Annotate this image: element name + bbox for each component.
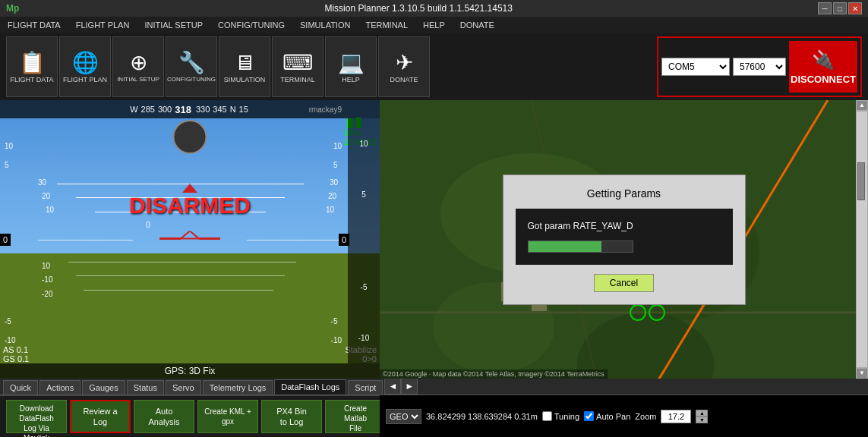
pitch-label-10: 10	[46, 206, 54, 214]
center-zero: 0	[146, 220, 150, 228]
bottom-area: Download DataFlashLog Via Mavlink Review…	[0, 395, 868, 437]
autopan-label: Auto Pan	[584, 411, 630, 421]
right-scale: 10 5	[333, 142, 342, 169]
main-area: W 285 300 318 330 345 N 15 rmackay9 ▐▌▊ …	[0, 100, 868, 379]
toolbar: 📋 FLIGHT DATA 🌐 FLIGHT PLAN ⊕ INITIAL SE…	[0, 33, 868, 100]
tuning-label: Tuning	[542, 411, 579, 421]
dialog-title: Getting Params	[516, 187, 733, 200]
clipboard-icon: 📋	[19, 50, 46, 75]
tab-arrow-left[interactable]: ◄	[384, 378, 401, 395]
menu-config-tuning[interactable]: CONFIG/TUNING	[213, 19, 289, 31]
dialog-cancel-button[interactable]: Cancel	[594, 274, 654, 292]
zoom-label: Zoom	[635, 412, 656, 421]
maximize-button[interactable]: □	[833, 2, 847, 14]
plug-icon: 🔌	[812, 49, 835, 71]
toolbar-terminal[interactable]: ⌨ TERMINAL	[272, 36, 324, 97]
globe-icon: 🌐	[72, 50, 99, 75]
horizon-line-left	[38, 240, 133, 241]
menu-donate[interactable]: DONATE	[456, 19, 499, 31]
tuning-checkbox[interactable]	[542, 411, 552, 421]
getting-params-dialog: Getting Params Got param RATE_YAW_D Canc…	[503, 174, 746, 305]
toolbar-flight-plan[interactable]: 🌐 FLIGHT PLAN	[59, 36, 111, 97]
horizon-line-right	[247, 240, 342, 241]
menu-flight-plan[interactable]: FLIGHT PLAN	[71, 19, 134, 31]
zoom-stepper[interactable]: ▲ ▼	[696, 410, 708, 423]
instrument-circle	[173, 120, 207, 154]
auto-analysis-button[interactable]: Auto Analysis	[134, 400, 194, 433]
create-kml-button[interactable]: Create KML + gpx	[197, 400, 258, 433]
keyboard-icon: ⌨	[282, 50, 313, 75]
scrollbar-thumb[interactable]	[857, 162, 865, 200]
dialog-cancel-area: Cancel	[516, 274, 733, 292]
right-scale-bottom: -5 -10	[331, 317, 342, 344]
gear-plus-icon: ⊕	[130, 50, 147, 75]
dialog-overlay: Getting Params Got param RATE_YAW_D Canc…	[380, 100, 868, 379]
zoom-down-button[interactable]: ▼	[696, 417, 708, 423]
map-background: Getting Params Got param RATE_YAW_D Canc…	[380, 100, 868, 379]
menu-terminal[interactable]: TERMINAL	[361, 19, 412, 31]
scrollbar-down[interactable]: ▼	[857, 369, 867, 378]
scrollbar-track	[857, 112, 867, 367]
tab-script[interactable]: Script	[348, 380, 383, 395]
pitch-below-3	[84, 290, 273, 291]
baud-rate-select[interactable]: 57600	[733, 58, 786, 76]
com-port-select[interactable]: COM5	[661, 58, 730, 76]
tab-gauges[interactable]: Gauges	[82, 380, 125, 395]
armed-status: DISARMED	[129, 193, 251, 218]
minimize-button[interactable]: ─	[818, 2, 832, 14]
airspeed: AS 0.1	[3, 345, 29, 354]
create-matlab-button[interactable]: Create MatlabFile	[325, 400, 386, 433]
map-scrollbar[interactable]: ▲ ▼	[856, 100, 868, 379]
map-panel[interactable]: Getting Params Got param RATE_YAW_D Canc…	[380, 100, 868, 379]
window-controls: ─ □ ✕	[818, 2, 862, 14]
download-dataflash-button[interactable]: Download DataFlashLog Via Mavlink	[6, 400, 67, 433]
pitch-label-r-10: 10	[326, 206, 334, 214]
toolbar-simulation[interactable]: 🖥 SIMULATION	[219, 36, 270, 97]
user-label: rmackay9	[309, 105, 342, 114]
gps-status: GPS: 3D Fix	[0, 363, 380, 379]
toolbar-config-tuning[interactable]: 🔧 CONFIG/TUNING	[166, 36, 217, 97]
disconnect-button[interactable]: 🔌 DISCONNECT	[789, 41, 857, 93]
coordinates-display: 36.824299 138.639284 0.31m	[426, 412, 538, 421]
dialog-message: Got param RATE_YAW_D	[528, 221, 633, 231]
menu-help[interactable]: HELP	[418, 19, 450, 31]
pitch-label-n30: -20	[42, 290, 52, 298]
tab-servo[interactable]: Servo	[166, 380, 201, 395]
menu-flight-data[interactable]: FLIGHT DATA	[3, 19, 65, 31]
review-log-button[interactable]: Review a Log	[70, 400, 131, 433]
menu-initial-setup[interactable]: INITIAL SETUP	[140, 19, 207, 31]
geo-select[interactable]: GEO	[386, 409, 421, 424]
toolbar-donate[interactable]: ✈ DONATE	[378, 36, 430, 97]
toolbar-help[interactable]: 💻 HELP	[325, 36, 377, 97]
scrollbar-up[interactable]: ▲	[857, 101, 867, 110]
pitch-label-30: 30	[38, 178, 46, 187]
wrench-icon: 🔧	[178, 50, 205, 75]
close-button[interactable]: ✕	[848, 2, 862, 14]
toolbar-initial-setup[interactable]: ⊕ INITIAL SETUP	[112, 36, 164, 97]
tab-arrow-right[interactable]: ►	[401, 378, 418, 395]
pitch-label-r-30: 30	[330, 178, 338, 187]
left-scale-bottom: -5 -10	[5, 317, 15, 344]
monitor-icon: 🖥	[234, 50, 255, 75]
window-title: Mission Planner 1.3.10.5 build 1.1.5421.…	[19, 3, 818, 14]
pitch-label-20: 20	[42, 192, 50, 200]
dialog-progress-bar	[529, 241, 601, 252]
tab-dataflash-logs[interactable]: DataFlash Logs	[274, 379, 346, 395]
toolbar-flight-data[interactable]: 📋 FLIGHT DATA	[6, 36, 58, 97]
tab-actions[interactable]: Actions	[39, 380, 80, 395]
autopan-checkbox[interactable]	[584, 411, 594, 421]
pitch-below-2	[76, 275, 285, 276]
zoom-up-button[interactable]: ▲	[696, 410, 708, 417]
tab-status[interactable]: Status	[127, 380, 164, 395]
plane-dollar-icon: ✈	[396, 50, 413, 75]
dialog-progress-track	[528, 241, 633, 253]
px4-bin-button[interactable]: PX4 Binto Log	[261, 400, 322, 433]
pitch-label-n20: -10	[42, 275, 52, 284]
tab-telemetry-logs[interactable]: Telemetry Logs	[203, 380, 273, 395]
zoom-input[interactable]	[661, 410, 691, 423]
airspeed-groundspeed: AS 0.1 GS 0.1	[3, 345, 29, 363]
pitch-below-1	[68, 262, 296, 263]
title-bar: Mp Mission Planner 1.3.10.5 build 1.1.54…	[0, 0, 868, 17]
tab-quick[interactable]: Quick	[3, 380, 38, 395]
menu-simulation[interactable]: SIMULATION	[295, 19, 355, 31]
